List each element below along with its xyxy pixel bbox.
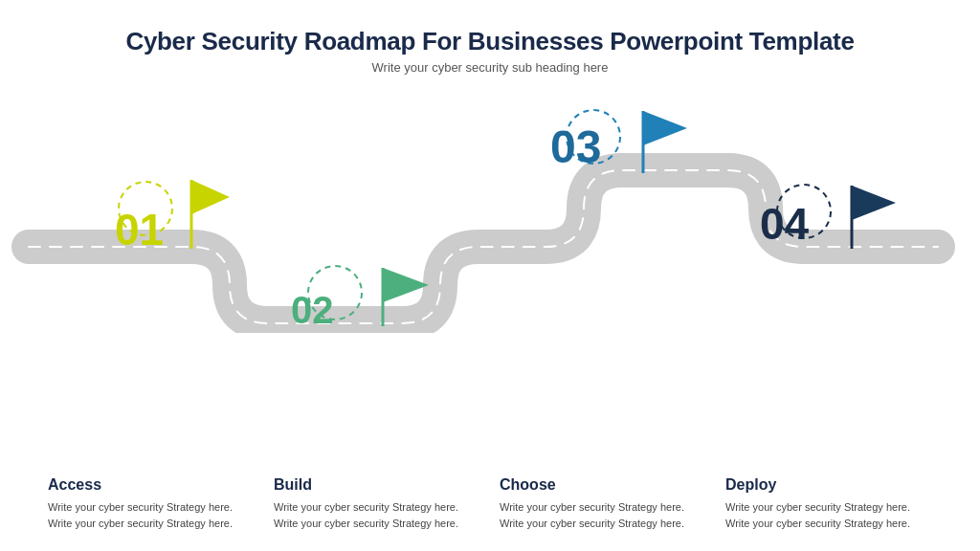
step-deploy-title: Deploy: [725, 476, 932, 494]
step-access-title: Access: [48, 476, 255, 494]
step-choose-text: Write your cyber security Strategy here.…: [500, 499, 706, 532]
page-title: Cyber Security Roadmap For Businesses Po…: [0, 27, 980, 56]
step-choose-title: Choose: [500, 476, 706, 494]
roadmap-area: 01 02 03 04: [0, 84, 980, 333]
svg-marker-2: [191, 180, 230, 214]
step-access: Access Write your cyber security Strateg…: [38, 476, 264, 532]
svg-text:01: 01: [115, 205, 164, 254]
step-choose: Choose Write your cyber security Strateg…: [490, 476, 716, 532]
step-build-title: Build: [274, 476, 480, 494]
svg-marker-14: [852, 186, 896, 220]
svg-text:02: 02: [291, 289, 334, 331]
step-access-text: Write your cyber security Strategy here.…: [48, 499, 255, 532]
svg-text:04: 04: [760, 199, 810, 249]
page-subtitle: Write your cyber security sub heading he…: [0, 60, 980, 75]
svg-marker-10: [643, 111, 687, 145]
svg-text:03: 03: [550, 121, 601, 172]
step-build: Build Write your cyber security Strategy…: [264, 476, 490, 532]
step-deploy-text: Write your cyber security Strategy here.…: [725, 499, 932, 532]
step-deploy: Deploy Write your cyber security Strateg…: [716, 476, 942, 532]
step-build-text: Write your cyber security Strategy here.…: [274, 499, 480, 532]
bottom-section: Access Write your cyber security Strateg…: [38, 476, 942, 532]
header: Cyber Security Roadmap For Businesses Po…: [0, 0, 980, 75]
